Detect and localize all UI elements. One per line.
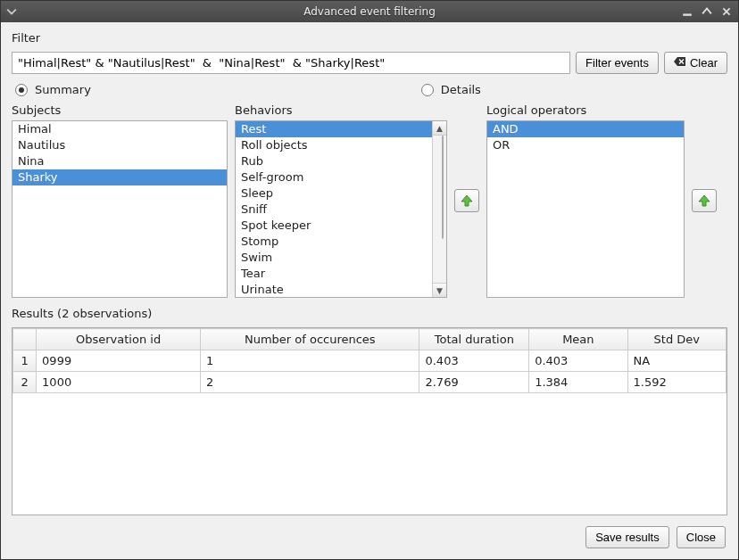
behaviors-column: Behaviors RestRoll objectsRubSelf-groomS… [235,103,447,298]
radio-icon [15,84,28,96]
list-item[interactable]: Nina [12,153,227,169]
cell-occurrences[interactable]: 1 [201,350,419,372]
list-item[interactable]: AND [487,121,684,137]
list-item[interactable]: Roll objects [236,137,432,153]
results-table: Observation id Number of occurences Tota… [12,328,727,393]
scroll-thumb[interactable] [442,136,444,239]
behaviors-up-wrap [454,103,479,298]
cell-total-duration[interactable]: 0.403 [419,350,529,372]
operators-listbox[interactable]: ANDOR [486,120,685,298]
list-item[interactable]: Swim [236,250,432,266]
summary-radio[interactable]: Summary [15,83,91,96]
col-mean[interactable]: Mean [529,329,627,350]
list-item[interactable]: Self-groom [236,169,432,185]
operators-up-wrap [692,103,717,298]
behaviors-label: Behaviors [235,103,447,117]
view-mode-row: Summary Details [12,79,727,98]
cell-total-duration[interactable]: 2.769 [419,372,529,393]
window-menu-icon[interactable] [6,6,17,17]
close-dialog-label: Close [686,531,716,544]
list-item[interactable]: Spot keeper [236,218,432,234]
save-results-button[interactable]: Save results [585,526,669,548]
results-label: Results (2 observations) [12,307,727,320]
titlebar: Advanced event filtering [1,1,738,22]
dialog-content: Filter Filter events Clear Summary [1,22,738,559]
details-label: Details [441,83,481,96]
dialog-footer: Save results Close [12,521,727,550]
table-row[interactable]: 1099910.4030.403NA [13,350,727,372]
add-operator-button[interactable] [692,189,717,212]
col-std-dev[interactable]: Std Dev [627,329,726,350]
list-item[interactable]: Stomp [236,234,432,250]
list-item[interactable]: Sleep [236,185,432,202]
corner-header [13,329,37,350]
row-number: 2 [13,372,37,393]
list-item[interactable]: Himal [12,121,227,137]
filter-events-label: Filter events [585,56,649,70]
minimize-button[interactable] [681,5,693,18]
details-radio[interactable]: Details [421,83,481,96]
subjects-listbox[interactable]: HimalNautilusNinaSharky [12,120,228,298]
behaviors-scrollbar[interactable]: ▲ ▼ [432,121,446,297]
scroll-up-icon[interactable]: ▲ [433,121,446,136]
cell-mean[interactable]: 1.384 [529,372,627,393]
clear-label: Clear [690,56,718,70]
cell-std-dev[interactable]: NA [627,350,726,372]
subjects-label: Subjects [12,103,228,117]
operators-column: Logical operators ANDOR [486,103,685,298]
filter-label: Filter [12,31,727,45]
col-observation-id[interactable]: Observation id [37,329,201,350]
svg-rect-0 [683,13,692,15]
row-number: 1 [13,350,37,372]
results-table-area: Observation id Number of occurences Tota… [12,327,727,515]
summary-label: Summary [35,83,91,96]
scroll-down-icon[interactable]: ▼ [433,283,446,297]
add-behavior-button[interactable] [454,189,479,212]
radio-icon [421,84,434,96]
col-occurrences[interactable]: Number of occurences [201,329,419,350]
cell-std-dev[interactable]: 1.592 [627,372,726,393]
maximize-button[interactable] [701,5,713,18]
col-total-duration[interactable]: Total duration [419,329,529,350]
list-item[interactable]: Urinate [236,282,432,297]
cell-mean[interactable]: 0.403 [529,350,627,372]
cell-occurrences[interactable]: 2 [201,372,419,393]
list-item[interactable]: Nautilus [12,137,227,153]
backspace-icon [674,56,686,70]
operators-label: Logical operators [486,103,685,117]
list-item[interactable]: Rest [236,121,432,137]
arrow-up-icon [460,194,474,208]
close-button[interactable] [720,5,733,18]
list-item[interactable]: Sharky [12,169,227,185]
behaviors-listbox[interactable]: RestRoll objectsRubSelf-groomSleepSniffS… [235,120,447,298]
list-item[interactable]: OR [487,137,684,153]
list-item[interactable]: Rub [236,153,432,169]
arrow-up-icon [697,194,711,208]
filter-events-button[interactable]: Filter events [576,52,659,74]
save-results-label: Save results [595,531,660,544]
subjects-column: Subjects HimalNautilusNinaSharky [12,103,228,298]
cell-observation-id[interactable]: 1000 [37,372,201,393]
lists-row: Subjects HimalNautilusNinaSharky Behavio… [12,103,727,298]
dialog-window: Advanced event filtering Filter Filter e… [0,0,739,560]
table-row[interactable]: 2100022.7691.3841.592 [13,372,727,393]
cell-observation-id[interactable]: 0999 [37,350,201,372]
list-item[interactable]: Tear [236,266,432,282]
clear-button[interactable]: Clear [664,52,727,74]
list-item[interactable]: Sniff [236,202,432,218]
filter-input[interactable] [12,52,570,74]
window-title: Advanced event filtering [1,5,738,18]
close-dialog-button[interactable]: Close [677,526,726,548]
filter-row: Filter events Clear [12,52,727,74]
